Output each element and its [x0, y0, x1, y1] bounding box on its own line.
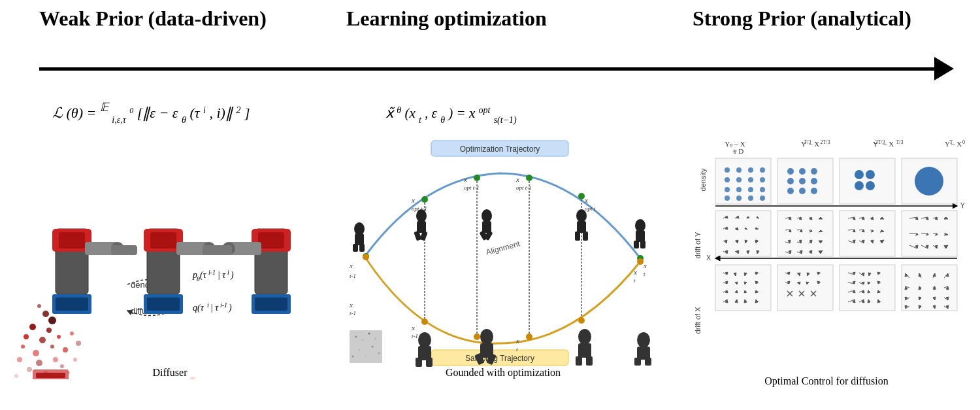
svg-rect-149 [416, 358, 422, 367]
svg-rect-150 [426, 358, 433, 367]
svg-text:x: x [411, 324, 415, 332]
svg-text:opt t-1: opt t-1 [464, 184, 480, 191]
svg-point-210 [855, 181, 864, 190]
svg-point-201 [787, 178, 794, 184]
svg-text:opt t: opt t [585, 205, 596, 212]
svg-point-211 [866, 181, 875, 190]
svg-text:x: x [349, 301, 353, 309]
svg-text:~ X: ~ X [951, 140, 962, 148]
svg-point-21 [73, 358, 77, 362]
svg-rect-119 [353, 244, 358, 252]
svg-point-205 [799, 188, 806, 194]
svg-text:t: t [634, 277, 636, 284]
svg-point-182 [736, 167, 742, 173]
svg-point-147 [418, 332, 431, 348]
svg-rect-134 [636, 230, 645, 242]
svg-text:0: 0 [962, 139, 965, 145]
svg-point-191 [748, 187, 753, 192]
svg-text:x: x [463, 175, 467, 183]
svg-rect-158 [586, 356, 593, 366]
svg-point-138 [355, 336, 357, 338]
svg-text:t-1: t-1 [412, 333, 418, 339]
svg-rect-156 [578, 343, 591, 358]
svg-rect-135 [634, 241, 639, 248]
svg-point-203 [811, 178, 817, 184]
svg-point-188 [760, 177, 765, 182]
svg-point-204 [787, 188, 794, 194]
svg-point-95 [637, 258, 644, 265]
svg-point-187 [748, 177, 753, 182]
svg-rect-130 [577, 221, 586, 233]
svg-rect-157 [576, 356, 582, 366]
svg-point-90 [363, 254, 369, 260]
svg-rect-120 [359, 244, 365, 252]
svg-rect-162 [645, 358, 651, 366]
svg-text:x: x [411, 196, 415, 204]
svg-rect-392 [840, 265, 895, 311]
svg-rect-31 [59, 232, 85, 248]
svg-point-186 [736, 177, 742, 182]
svg-point-121 [416, 209, 427, 222]
svg-text:i-1: i-1 [220, 301, 227, 309]
svg-text:| τ: | τ [210, 303, 219, 313]
svg-point-195 [748, 196, 753, 201]
svg-rect-136 [640, 241, 645, 248]
svg-text:i-1: i-1 [208, 269, 216, 276]
svg-point-13 [53, 357, 58, 362]
svg-rect-64 [258, 232, 284, 248]
svg-point-2 [29, 324, 36, 330]
optimal-control-diagram: Y₀ ~ X T ~ D Y T/3 ~ X 2T/3 Y 2T/3 ~ X T… [686, 137, 967, 384]
svg-point-9 [17, 357, 22, 362]
svg-point-4 [39, 337, 46, 343]
svg-text:T/3: T/3 [896, 139, 903, 145]
svg-rect-425 [902, 265, 957, 311]
svg-point-193 [725, 196, 730, 201]
svg-rect-250 [777, 211, 833, 256]
svg-text:x: x [515, 337, 519, 345]
svg-point-185 [725, 177, 730, 182]
svg-text:x: x [349, 262, 353, 269]
svg-point-125 [482, 209, 492, 222]
svg-text:(τ: (τ [200, 270, 207, 281]
svg-point-146 [378, 352, 380, 354]
svg-point-7 [33, 350, 39, 356]
svg-rect-132 [583, 231, 588, 241]
svg-text:2T/3: 2T/3 [820, 139, 830, 145]
svg-point-196 [760, 196, 765, 201]
svg-point-91 [421, 318, 428, 325]
arrow-head [934, 57, 954, 80]
svg-point-20 [76, 341, 81, 346]
svg-point-151 [480, 329, 493, 345]
svg-text:x: x [633, 268, 637, 276]
svg-text:x: x [515, 175, 519, 183]
svg-text:Optimization Trajectory: Optimization Trajectory [460, 145, 540, 154]
formula-left: ℒ (θ) = 𝔼 i,ε,τ 0 [‖ε − ε θ (τ i , i)‖ 2… [52, 95, 274, 131]
svg-point-208 [855, 170, 864, 179]
svg-text:t: t [644, 271, 645, 277]
svg-point-184 [760, 167, 765, 173]
svg-point-8 [50, 345, 54, 349]
svg-point-181 [725, 167, 730, 173]
svg-point-87 [526, 175, 532, 181]
svg-point-129 [576, 209, 587, 222]
svg-point-15 [63, 347, 68, 352]
caption-optimal-control: Optimal Control for diffusion [686, 375, 967, 387]
svg-text:ℒ
      (θ) = 
      𝔼
      : ℒ (θ) = 𝔼 i,ε,τ 0 [‖ε − ε θ (τ i , i)‖ 2… [52, 101, 250, 125]
svg-text:x: x [584, 196, 588, 204]
arrow-line [39, 67, 934, 71]
svg-text:): ) [230, 270, 234, 281]
svg-point-143 [365, 356, 367, 357]
caption-diffuser: Diffuser [13, 367, 327, 379]
svg-rect-118 [355, 233, 364, 245]
svg-point-155 [578, 329, 591, 345]
svg-point-92 [474, 333, 480, 340]
svg-text:drift of Y: drift of Y [694, 231, 702, 258]
svg-rect-369 [777, 265, 833, 311]
svg-text:~ X: ~ X [809, 140, 820, 148]
svg-point-10 [36, 360, 42, 366]
svg-rect-207 [840, 158, 895, 204]
svg-rect-67 [203, 245, 232, 255]
svg-rect-69 [255, 298, 287, 311]
svg-rect-53 [150, 232, 176, 248]
svg-text:Alignment: Alignment [485, 239, 521, 257]
